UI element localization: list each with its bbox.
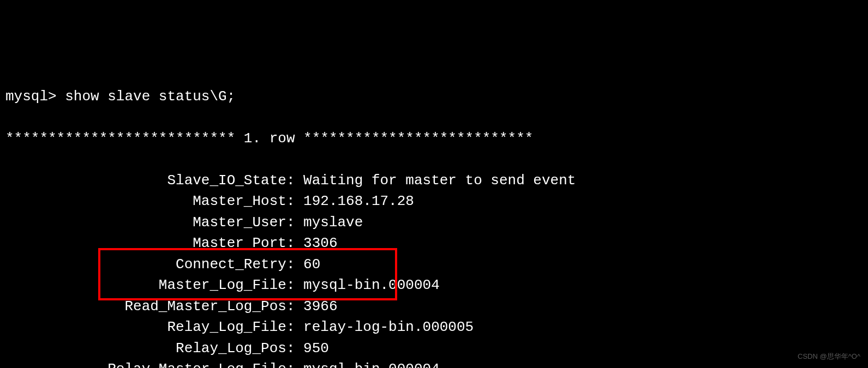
field-line: Master_User: myslave <box>5 212 863 233</box>
field-line: Relay_Log_Pos: 950 <box>5 338 863 359</box>
field-line: Slave_IO_State: Waiting for master to se… <box>5 170 863 191</box>
field-line: Master_Host: 192.168.17.28 <box>5 191 863 212</box>
row-header: *************************** 1. row *****… <box>5 128 863 149</box>
watermark: CSDN @思华年^O^ <box>798 351 860 361</box>
field-line: Relay_Master_Log_File: mysql-bin.000004 <box>5 359 863 368</box>
field-line: Relay_Log_File: relay-log-bin.000005 <box>5 317 863 337</box>
slave-status-fields: Slave_IO_State: Waiting for master to se… <box>5 170 863 368</box>
field-line: Master_Port: 3306 <box>5 233 863 254</box>
field-line: Master_Log_File: mysql-bin.000004 <box>5 275 863 295</box>
field-line: Read_Master_Log_Pos: 3966 <box>5 296 863 317</box>
field-line: Connect_Retry: 60 <box>5 254 863 275</box>
mysql-prompt[interactable]: mysql> show slave status\G; <box>5 86 863 107</box>
